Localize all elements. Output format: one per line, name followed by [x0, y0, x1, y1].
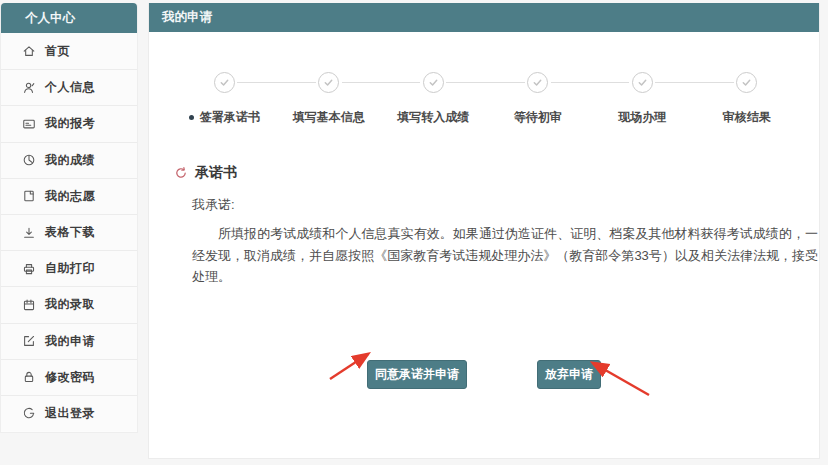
check-circle-icon — [527, 72, 548, 93]
action-buttons: 同意承诺并申请 放弃申请 — [149, 360, 819, 389]
commitment-section: 承诺书 我承诺: 所填报的考试成绩和个人信息真实有效。如果通过伪造证件、证明、档… — [174, 164, 795, 288]
sidebar-item-my-registration[interactable]: 我的报考 — [1, 105, 137, 141]
sidebar-item-change-password[interactable]: 修改密码 — [1, 359, 137, 395]
sidebar-item-label: 修改密码 — [45, 369, 95, 386]
current-step-bullet — [189, 115, 194, 120]
step-onsite-processing: 现场办理 — [590, 72, 695, 126]
sidebar-item-self-print[interactable]: 自助打印 — [1, 250, 137, 286]
calendar-icon — [21, 297, 36, 312]
sidebar-item-personal-info[interactable]: 个人信息 — [1, 69, 137, 105]
sidebar-item-label: 我的申请 — [45, 333, 95, 350]
lock-icon — [21, 370, 36, 385]
main-panel: 我的申请 签署承诺书 填写基本信息 填写转入成绩 等待初审 现场办理 — [148, 3, 820, 459]
sidebar-item-label: 退出登录 — [45, 405, 95, 422]
step-label: 现场办理 — [618, 109, 666, 126]
application-stepper: 签署承诺书 填写基本信息 填写转入成绩 等待初审 现场办理 审核结果 — [172, 72, 799, 126]
step-label: 审核结果 — [723, 109, 771, 126]
printer-icon — [21, 261, 36, 276]
step-label: 填写基本信息 — [293, 109, 365, 126]
check-circle-icon — [318, 72, 339, 93]
logout-icon — [21, 406, 36, 421]
step-review-result: 审核结果 — [695, 72, 800, 126]
sidebar-item-my-application[interactable]: 我的申请 — [1, 323, 137, 359]
sidebar-item-label: 个人信息 — [45, 79, 95, 96]
sidebar-item-my-scores[interactable]: 我的成绩 — [1, 142, 137, 178]
sidebar-item-label: 自助打印 — [45, 260, 95, 277]
sidebar-item-label: 我的报考 — [45, 115, 95, 132]
sidebar-title: 个人中心 — [1, 3, 137, 33]
commitment-body: 所填报的考试成绩和个人信息真实有效。如果通过伪造证件、证明、档案及其他材料获得考… — [192, 223, 818, 288]
step-label: 填写转入成绩 — [397, 109, 469, 126]
check-circle-icon — [736, 72, 757, 93]
sidebar-item-label: 我的录取 — [45, 296, 95, 313]
page: 个人中心 首页 个人信息 我的报考 我的成绩 我的志愿 — [0, 0, 828, 465]
sidebar-item-logout[interactable]: 退出登录 — [1, 395, 137, 431]
sidebar-item-label: 我的志愿 — [45, 188, 95, 205]
sidebar-nav: 首页 个人信息 我的报考 我的成绩 我的志愿 表格下载 — [1, 33, 137, 431]
sidebar: 个人中心 首页 个人信息 我的报考 我的成绩 我的志愿 — [0, 3, 138, 433]
sidebar-item-label: 我的成绩 — [45, 152, 95, 169]
sidebar-item-home[interactable]: 首页 — [1, 33, 137, 69]
commitment-title-row: 承诺书 — [174, 164, 795, 182]
sidebar-item-my-preferences[interactable]: 我的志愿 — [1, 178, 137, 214]
step-fill-transfer-scores: 填写转入成绩 — [381, 72, 486, 126]
sidebar-item-form-download[interactable]: 表格下载 — [1, 214, 137, 250]
sidebar-item-my-admission[interactable]: 我的录取 — [1, 286, 137, 322]
home-icon — [21, 44, 36, 59]
step-sign-commitment: 签署承诺书 — [172, 72, 277, 126]
step-fill-basic-info: 填写基本信息 — [277, 72, 382, 126]
agree-and-apply-button[interactable]: 同意承诺并申请 — [367, 360, 467, 389]
id-card-icon — [21, 116, 36, 131]
check-circle-icon — [632, 72, 653, 93]
step-await-initial-review: 等待初审 — [486, 72, 591, 126]
commitment-lead: 我承诺: — [192, 196, 795, 214]
panel-title: 我的申请 — [149, 3, 819, 32]
download-icon — [21, 225, 36, 240]
user-icon — [21, 80, 36, 95]
commitment-title: 承诺书 — [195, 164, 237, 182]
pie-chart-icon — [21, 153, 36, 168]
step-label: 签署承诺书 — [200, 109, 260, 126]
document-icon — [21, 189, 36, 204]
sidebar-item-label: 表格下载 — [45, 224, 95, 241]
step-label: 等待初审 — [514, 109, 562, 126]
refresh-stamp-icon — [174, 166, 188, 180]
check-circle-icon — [214, 72, 235, 93]
edit-icon — [21, 334, 36, 349]
check-circle-icon — [423, 72, 444, 93]
abandon-application-button[interactable]: 放弃申请 — [537, 360, 601, 389]
sidebar-item-label: 首页 — [45, 43, 70, 60]
